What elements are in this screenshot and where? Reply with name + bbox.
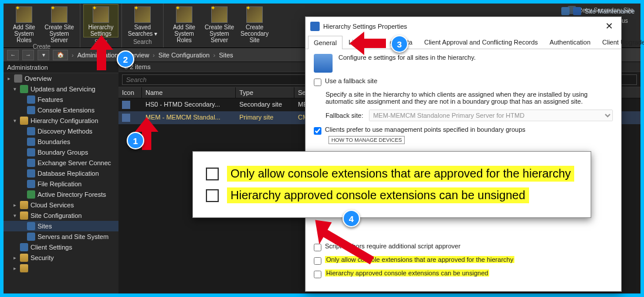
tree-node[interactable]: ▸ (4, 263, 118, 274)
tree-node[interactable]: ▸Cloud Services (4, 200, 118, 210)
tree-node[interactable]: File Replication (4, 179, 118, 189)
nav-tree: ▸Overview▾Updates and ServicingFeaturesC… (4, 73, 118, 293)
svg-marker-2 (350, 32, 386, 55)
tree-node[interactable]: Discovery Methods (4, 126, 118, 136)
big-ext-unsigned: Hierarchy approved console extensions ca… (206, 187, 578, 203)
tab[interactable]: Client Approval and Conflicting Records (418, 35, 544, 49)
server-icon (16, 6, 32, 23)
server-icon (51, 6, 67, 23)
arrow-1 (87, 35, 116, 78)
tree-node[interactable]: ▸Security (4, 252, 118, 263)
badge-4: 4 (343, 210, 360, 227)
ribbon-create-secondary-site[interactable]: CreateSecondary Site (238, 5, 272, 43)
tree-node[interactable]: Sites (4, 221, 118, 231)
fallback-site-label: Fallback site: (326, 112, 363, 119)
sidebar: Administration ▸Overview▾Updates and Ser… (4, 62, 118, 293)
dialog-icon (310, 22, 320, 31)
dialog-title: Hierarchy Settings Properties (323, 23, 407, 30)
tab[interactable]: Authentication (544, 35, 596, 49)
ribbon-create-site-server[interactable]: Create SiteSystem Server (42, 5, 76, 43)
callout-overlay: Only allow console extensions that are a… (192, 151, 591, 218)
badge-3: 3 (391, 35, 408, 53)
fallback-description: Specify a site in the hierarchy to which… (326, 91, 613, 105)
hierarchy-icon (93, 6, 109, 23)
arrow-3 (350, 30, 391, 59)
fallback-checkbox[interactable] (314, 78, 321, 86)
nav-dropdown[interactable]: ▾ (38, 50, 49, 60)
col-type[interactable]: Type (236, 87, 294, 98)
mp-checkbox[interactable] (314, 127, 321, 135)
checkbox-icon (206, 168, 219, 180)
tree-node[interactable]: Console Extensions (4, 105, 118, 115)
fallback-label: Use a fallback site (325, 77, 377, 84)
ribbon-group-search-label: Search (133, 39, 152, 46)
tree-node[interactable]: Database Replication (4, 168, 118, 179)
ribbon-saved-searches[interactable]: SavedSearches ▾ (126, 5, 160, 37)
crumb-site-config[interactable]: Site Configuration (158, 52, 209, 59)
ribbon-group-create-label: Create (33, 43, 50, 51)
nav-fwd[interactable]: → (22, 50, 34, 60)
server-icon (246, 6, 263, 23)
tree-node[interactable]: ▾Updates and Servicing (4, 84, 118, 94)
checkbox-icon (206, 189, 219, 202)
ribbon-create-site-server-2[interactable]: Create SiteSystem Server (202, 5, 236, 43)
badge-2: 2 (117, 50, 134, 68)
tree-node[interactable]: Exchange Server Connec (4, 158, 118, 168)
nav-home[interactable]: 🏠 (53, 50, 68, 60)
folder-icon (561, 7, 570, 15)
col-icon[interactable]: Icon (118, 87, 142, 98)
tab[interactable]: General (308, 36, 343, 49)
crumb-sites[interactable]: Sites (219, 52, 233, 59)
tree-node[interactable]: Servers and Site System (4, 231, 118, 242)
tree-node[interactable]: Features (4, 94, 118, 105)
ribbon-hierarchy-settings[interactable]: HierarchySettings (84, 5, 118, 37)
big-ext-approved: Only allow console extensions that are a… (206, 166, 578, 182)
server-icon (211, 6, 228, 23)
svg-marker-0 (90, 35, 113, 70)
search-icon (134, 6, 151, 23)
ribbon-add-site-roles-2[interactable]: Add SiteSystem Roles (167, 5, 201, 43)
close-button[interactable]: ✕ (602, 21, 616, 32)
tree-node[interactable]: Client Settings (4, 242, 118, 252)
tree-node[interactable]: ▾Hierarchy Configuration (4, 115, 118, 126)
ribbon-site-maintenance[interactable]: Site Maintenance (585, 8, 635, 15)
tab[interactable]: Client Upgrade (596, 35, 644, 49)
tree-node[interactable]: Boundary Groups (4, 147, 118, 158)
intro-icon (314, 54, 333, 73)
tree-node[interactable]: Boundaries (4, 136, 118, 147)
watermark: HOW TO MANAGE DEVICES (328, 136, 405, 144)
server-icon (176, 6, 192, 23)
maintenance-icon (573, 7, 581, 15)
tree-node[interactable]: Active Directory Forests (4, 189, 118, 200)
badge-1: 1 (127, 132, 144, 149)
mp-label: Clients prefer to use management points … (325, 126, 526, 133)
tree-node[interactable]: ▾Site Configuration (4, 210, 118, 221)
ribbon-add-site-roles[interactable]: Add SiteSystem Roles (7, 5, 41, 43)
nav-back[interactable]: ← (7, 50, 19, 60)
col-name[interactable]: Name (142, 87, 236, 98)
fallback-site-select[interactable]: MEM-MEMCM Standalone Primary Server for … (369, 110, 613, 121)
